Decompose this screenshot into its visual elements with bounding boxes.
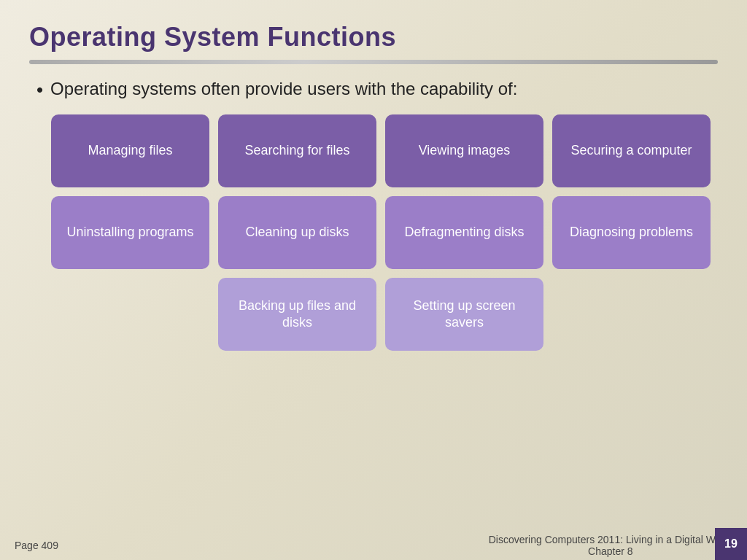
bullet-text: Operating systems often provide users wi… xyxy=(50,77,517,100)
grid-item-backing-up-files[interactable]: Backing up files and disks xyxy=(218,278,376,351)
grid-item-securing-a-computer[interactable]: Securing a computer xyxy=(552,114,711,187)
grid-item-viewing-images[interactable]: Viewing images xyxy=(385,114,543,187)
grid-item-defragmenting-disks[interactable]: Defragmenting disks xyxy=(385,196,543,269)
divider xyxy=(29,60,718,64)
footer-page-ref: Page 409 xyxy=(15,540,58,551)
grid-item-cleaning-up-disks[interactable]: Cleaning up disks xyxy=(218,196,376,269)
slide-title: Operating System Functions xyxy=(29,22,718,52)
bullet-point: • Operating systems often provide users … xyxy=(36,77,718,101)
slide: Operating System Functions • Operating s… xyxy=(0,0,747,560)
footer: Page 409 Discovering Computers 2011: Liv… xyxy=(0,531,747,560)
grid-item-searching-for-files[interactable]: Searching for files xyxy=(218,114,376,187)
footer-citation: Discovering Computers 2011: Living in a … xyxy=(489,534,732,557)
grid-item-setting-up-screen-savers[interactable]: Setting up screen savers xyxy=(385,278,543,351)
grid-item-managing-files[interactable]: Managing files xyxy=(51,114,209,187)
grid-item-uninstalling-programs[interactable]: Uninstalling programs xyxy=(51,196,209,269)
slide-number: 19 xyxy=(715,528,747,560)
bullet-dot: • xyxy=(36,79,43,101)
capability-grid: Managing files Searching for files Viewi… xyxy=(51,114,711,351)
grid-item-diagnosing-problems[interactable]: Diagnosing problems xyxy=(552,196,711,269)
